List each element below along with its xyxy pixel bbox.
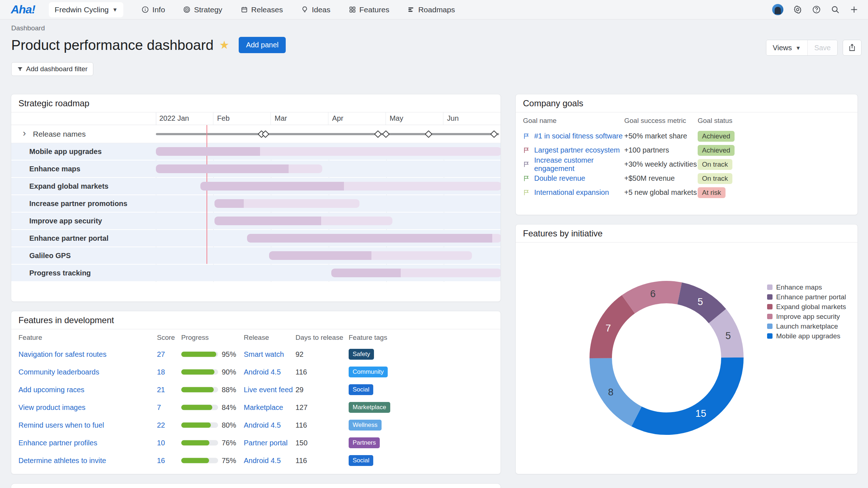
help-icon[interactable] [812, 5, 821, 14]
days-to-release: 116 [295, 368, 307, 376]
score-link[interactable]: 10 [157, 438, 165, 447]
roadmap-row: Enhance partner portal [11, 230, 501, 247]
days-to-release: 150 [295, 438, 307, 447]
feature-link[interactable]: View product images [18, 403, 85, 411]
company-goals-panel: Company goals Goal name Goal success met… [515, 94, 858, 215]
table-row: Community leaderboards 18 90% Android 4.… [11, 363, 501, 381]
milestone-diamond-icon[interactable] [382, 130, 390, 138]
gear-icon[interactable] [793, 5, 802, 14]
score-link[interactable]: 16 [157, 456, 165, 465]
table-row: Remind users when to fuel 22 80% Android… [11, 416, 501, 434]
user-avatar[interactable] [772, 4, 783, 15]
score-link[interactable]: 27 [157, 350, 165, 358]
nav-item-releases[interactable]: Releases [241, 5, 283, 14]
release-link[interactable]: Smart watch [244, 350, 284, 358]
month-label: 2022 Jan [156, 112, 213, 125]
goal-link[interactable]: Double revenue [534, 174, 585, 183]
release-link[interactable]: Android 4.5 [244, 421, 281, 429]
nav-item-features[interactable]: Features [349, 5, 390, 14]
search-icon[interactable] [831, 5, 840, 14]
gantt-bar[interactable] [214, 199, 359, 208]
feature-link[interactable]: Enhance partner profiles [18, 438, 97, 447]
feature-link[interactable]: Community leaderboards [18, 368, 99, 376]
features-table-header: Feature Score Progress Release Days to r… [11, 334, 501, 345]
donut-value-label: 5 [698, 296, 703, 307]
gantt-bar[interactable] [156, 164, 322, 173]
milestone-diamond-icon[interactable] [374, 130, 382, 138]
score-link[interactable]: 21 [157, 385, 165, 394]
roadmap-bars-icon [407, 6, 415, 13]
legend-swatch [767, 324, 773, 329]
goal-flag-icon [523, 175, 530, 182]
gantt-bar[interactable] [331, 269, 501, 277]
feature-link[interactable]: Determine athletes to invite [18, 456, 106, 465]
milestone-diamond-icon[interactable] [425, 130, 433, 138]
expand-chevron-icon[interactable]: › [23, 128, 26, 139]
gantt-bar[interactable] [269, 251, 472, 260]
nav-item-ideas[interactable]: Ideas [301, 5, 330, 14]
breadcrumb[interactable]: Dashboard [11, 24, 45, 32]
feature-tag: Partners [349, 437, 380, 448]
aha-logo: Aha! [11, 3, 35, 16]
gantt-bar[interactable] [214, 217, 392, 225]
chevron-down-icon: ▼ [112, 7, 118, 13]
roadmap-row: Improve app security [11, 213, 501, 229]
legend-swatch [767, 304, 773, 309]
release-link[interactable]: Marketplace [244, 403, 283, 411]
next-panel-edge [11, 483, 501, 488]
release-link[interactable]: Live event feed [244, 385, 293, 394]
month-label: Feb [213, 112, 271, 125]
gantt-bar[interactable] [247, 234, 501, 243]
chevron-down-icon: ▼ [796, 45, 801, 51]
progress-percent: 80% [222, 421, 236, 429]
add-panel-button[interactable]: Add panel [239, 37, 286, 53]
column-header: Goal success metric [624, 117, 698, 125]
goal-link[interactable]: #1 in social fitness software [534, 132, 623, 140]
score-link[interactable]: 22 [157, 421, 165, 429]
milestone-diamond-icon[interactable] [490, 130, 498, 138]
score-link[interactable]: 18 [157, 368, 165, 376]
column-header: Release [244, 334, 269, 342]
feature-link[interactable]: Add upcoming races [18, 385, 84, 394]
legend-item: Enhance partner portal [767, 292, 846, 302]
progress-percent: 75% [222, 456, 236, 465]
add-dashboard-filter-label: Add dashboard filter [26, 65, 88, 73]
nav-item-label: Strategy [194, 5, 222, 14]
panel-title: Company goals [516, 94, 858, 112]
release-link[interactable]: Android 4.5 [244, 368, 281, 376]
nav-item-info[interactable]: Info [141, 5, 165, 14]
workspace-switcher[interactable]: Fredwin Cycling ▼ [49, 2, 123, 17]
progress-fill [181, 440, 209, 445]
legend-item: Improve app security [767, 312, 846, 321]
add-dashboard-filter-button[interactable]: Add dashboard filter [11, 62, 93, 76]
legend-label: Launch marketplace [776, 322, 838, 330]
feature-link[interactable]: Navigation for safest routes [18, 350, 106, 358]
nav-item-roadmaps[interactable]: Roadmaps [407, 5, 455, 14]
initiative-donut-chart: 6551587 [516, 243, 858, 474]
save-button[interactable]: Save [808, 40, 837, 55]
roadmap-row: Progress tracking [11, 265, 501, 281]
top-nav: Aha! Fredwin Cycling ▼ Info Strategy [0, 0, 868, 20]
favorite-star-icon[interactable]: ★ [219, 38, 229, 52]
goal-link[interactable]: International expansion [534, 188, 609, 197]
feature-tag: Social [349, 455, 373, 466]
nav-item-strategy[interactable]: Strategy [183, 5, 222, 14]
gantt-bar[interactable] [156, 147, 501, 156]
share-button[interactable] [843, 40, 861, 56]
feature-link[interactable]: Remind users when to fuel [18, 421, 104, 429]
table-row: Determine athletes to invite 16 75% Andr… [11, 451, 501, 469]
legend-label: Expand global markets [776, 303, 846, 311]
release-link[interactable]: Android 4.5 [244, 456, 281, 465]
gantt-bar[interactable] [200, 182, 501, 191]
calendar-icon [241, 6, 248, 13]
table-row: Add upcoming races 21 88% Live event fee… [11, 381, 501, 398]
goal-metric: +100 partners [624, 146, 698, 154]
goal-link[interactable]: Increase customer engagement [534, 156, 624, 173]
export-share-icon [848, 43, 856, 52]
score-link[interactable]: 7 [157, 403, 161, 411]
release-link[interactable]: Partner portal [244, 438, 288, 447]
views-button[interactable]: Views ▼ [766, 40, 808, 55]
table-row: Enhance partner profiles 10 76% Partner … [11, 434, 501, 451]
goal-link[interactable]: Largest partner ecosystem [534, 146, 620, 154]
plus-icon[interactable] [850, 5, 859, 14]
